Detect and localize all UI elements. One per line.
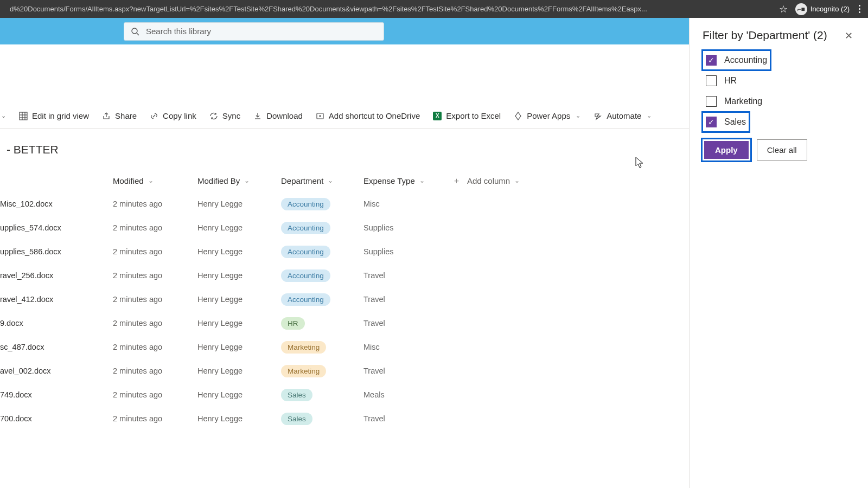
search-input[interactable]	[146, 27, 377, 36]
file-name[interactable]: Misc_102.docx	[0, 200, 113, 208]
table-row[interactable]: upplies_574.docx2 minutes agoHenry Legge…	[0, 216, 601, 240]
department-pill: Accounting	[281, 198, 330, 210]
share-button[interactable]: Share	[95, 103, 143, 129]
svg-line-1	[137, 33, 139, 35]
expense-type-cell: Supplies	[363, 247, 452, 256]
close-icon[interactable]: ✕	[843, 29, 855, 43]
department-pill: Accounting	[281, 293, 330, 306]
filter-option-hr[interactable]: HR	[703, 71, 855, 91]
table-row[interactable]: Misc_102.docx2 minutes agoHenry LeggeAcc…	[0, 192, 601, 216]
modified-by-cell: Henry Legge	[197, 390, 281, 399]
incognito-label: Incognito (2)	[810, 5, 850, 13]
department-pill: Marketing	[281, 341, 326, 354]
filter-option-label: Accounting	[724, 55, 767, 65]
browser-menu-icon[interactable]	[855, 5, 864, 13]
department-pill: Accounting	[281, 246, 330, 258]
filter-option-sales[interactable]: ✓Sales	[703, 112, 749, 132]
bookmark-star-icon[interactable]: ☆	[779, 3, 788, 15]
sync-icon	[209, 112, 218, 120]
copy-link-button[interactable]: Copy link	[143, 103, 203, 129]
expense-type-cell: Travel	[363, 414, 452, 423]
link-icon	[150, 112, 158, 120]
department-pill: Accounting	[281, 222, 330, 234]
sync-button[interactable]: Sync	[203, 103, 247, 129]
expense-type-cell: Travel	[363, 367, 452, 375]
table-row[interactable]: 9.docx2 minutes agoHenry LeggeHRTravel	[0, 311, 601, 335]
department-cell: Accounting	[281, 293, 363, 306]
download-button[interactable]: Download	[247, 103, 309, 129]
department-cell: Accounting	[281, 246, 363, 258]
automate-icon	[593, 112, 602, 120]
modified-cell: 2 minutes ago	[113, 390, 197, 399]
department-cell: Marketing	[281, 365, 363, 377]
modified-cell: 2 minutes ago	[113, 247, 197, 256]
expense-type-cell: Misc	[363, 200, 452, 208]
expense-type-cell: Travel	[363, 295, 452, 304]
table-row[interactable]: 700.docx2 minutes agoHenry LeggeSalesTra…	[0, 407, 601, 431]
chevron-down-icon: ⌄	[244, 177, 250, 184]
filter-option-marketing[interactable]: Marketing	[703, 92, 855, 111]
incognito-indicator[interactable]: ⌐■ Incognito (2)	[795, 3, 850, 15]
table-row[interactable]: avel_002.docx2 minutes agoHenry LeggeMar…	[0, 359, 601, 383]
expense-type-cell: Meals	[363, 390, 452, 399]
file-name[interactable]: upplies_574.docx	[0, 223, 113, 232]
add-shortcut-button[interactable]: Add shortcut to OneDrive	[309, 103, 426, 129]
edit-grid-button[interactable]: Edit in grid view	[12, 103, 95, 129]
search-box[interactable]	[124, 22, 384, 41]
department-pill: Marketing	[281, 365, 326, 377]
new-dropdown[interactable]: ⌄	[0, 103, 12, 129]
file-name[interactable]: ravel_256.docx	[0, 271, 113, 280]
table-row[interactable]: 749.docx2 minutes agoHenry LeggeSalesMea…	[0, 383, 601, 407]
svg-point-0	[132, 28, 137, 34]
file-name[interactable]: ravel_412.docx	[0, 295, 113, 304]
checkbox[interactable]: ✓	[706, 55, 717, 66]
svg-rect-2	[20, 112, 27, 120]
clear-all-button[interactable]: Clear all	[757, 139, 807, 160]
apply-button[interactable]: Apply	[704, 141, 749, 159]
col-department[interactable]: Department⌄	[281, 176, 363, 185]
modified-cell: 2 minutes ago	[113, 295, 197, 304]
plus-icon: ＋	[452, 176, 461, 186]
modified-by-cell: Henry Legge	[197, 343, 281, 351]
modified-cell: 2 minutes ago	[113, 200, 197, 208]
department-cell: Sales	[281, 413, 363, 425]
checkbox[interactable]	[706, 75, 717, 86]
filter-panel: Filter by 'Department' (2) ✕ ✓Accounting…	[689, 18, 868, 488]
file-name[interactable]: sc_487.docx	[0, 343, 113, 351]
file-name[interactable]: avel_002.docx	[0, 367, 113, 375]
checkbox[interactable]: ✓	[706, 117, 717, 127]
modified-cell: 2 minutes ago	[113, 343, 197, 351]
table-row[interactable]: ravel_256.docx2 minutes agoHenry LeggeAc…	[0, 264, 601, 287]
file-name[interactable]: 9.docx	[0, 319, 113, 328]
table-row[interactable]: sc_487.docx2 minutes agoHenry LeggeMarke…	[0, 335, 601, 359]
col-modified[interactable]: Modified⌄	[113, 176, 197, 185]
expense-type-cell: Supplies	[363, 223, 452, 232]
power-apps-button[interactable]: Power Apps ⌄	[507, 103, 587, 129]
automate-button[interactable]: Automate ⌄	[587, 103, 658, 129]
modified-by-cell: Henry Legge	[197, 367, 281, 375]
table-header: Modified⌄ Modified By⌄ Department⌄ Expen…	[0, 169, 601, 192]
department-cell: Marketing	[281, 341, 363, 354]
chevron-down-icon: ⌄	[419, 177, 425, 184]
file-name[interactable]: 700.docx	[0, 414, 113, 423]
filter-panel-title: Filter by 'Department' (2)	[703, 29, 827, 42]
table-row[interactable]: upplies_586.docx2 minutes agoHenry Legge…	[0, 240, 601, 264]
col-modified-by[interactable]: Modified By⌄	[197, 176, 281, 185]
modified-by-cell: Henry Legge	[197, 271, 281, 280]
download-icon	[253, 112, 262, 120]
table-row[interactable]: ravel_412.docx2 minutes agoHenry LeggeAc…	[0, 287, 601, 311]
modified-cell: 2 minutes ago	[113, 271, 197, 280]
incognito-icon: ⌐■	[795, 3, 807, 15]
browser-chrome: d%20Documents/Forms/AllItems.aspx?newTar…	[0, 0, 868, 18]
add-column-button[interactable]: ＋Add column⌄	[452, 176, 539, 186]
col-expense-type[interactable]: Expense Type⌄	[363, 176, 452, 185]
address-bar[interactable]: d%20Documents/Forms/AllItems.aspx?newTar…	[4, 5, 771, 13]
file-name[interactable]: 749.docx	[0, 390, 113, 399]
export-excel-button[interactable]: X Export to Excel	[426, 103, 507, 129]
file-name[interactable]: upplies_586.docx	[0, 247, 113, 256]
checkbox[interactable]	[706, 96, 717, 107]
modified-by-cell: Henry Legge	[197, 319, 281, 328]
filter-option-accounting[interactable]: ✓Accounting	[703, 50, 770, 70]
share-icon	[102, 112, 111, 120]
expense-type-cell: Travel	[363, 271, 452, 280]
